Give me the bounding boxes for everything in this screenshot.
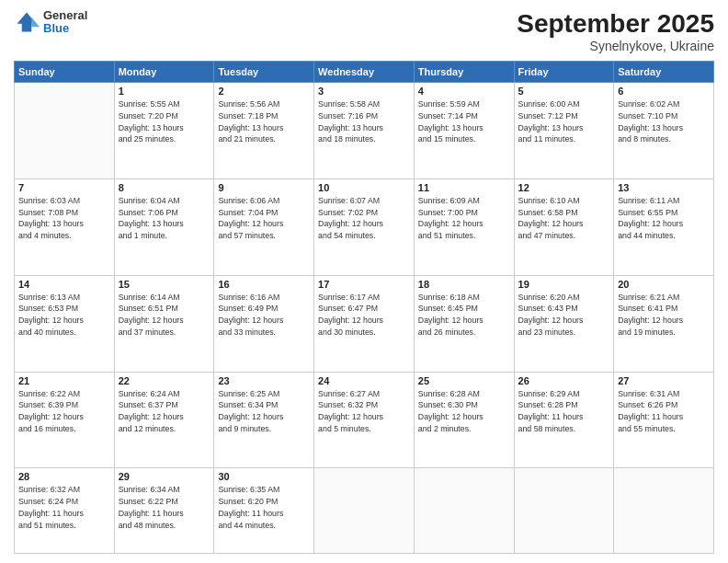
calendar-cell: 5Sunrise: 6:00 AM Sunset: 7:12 PM Daylig… bbox=[514, 83, 614, 179]
day-number: 13 bbox=[618, 182, 710, 193]
day-number: 28 bbox=[18, 471, 110, 482]
day-number: 20 bbox=[618, 279, 710, 290]
day-number: 17 bbox=[318, 279, 410, 290]
calendar-table: Sunday Monday Tuesday Wednesday Thursday… bbox=[14, 61, 714, 554]
day-info: Sunrise: 6:24 AM Sunset: 6:37 PM Dayligh… bbox=[119, 388, 210, 435]
day-info: Sunrise: 6:25 AM Sunset: 6:34 PM Dayligh… bbox=[218, 388, 310, 435]
header-friday: Friday bbox=[514, 62, 614, 83]
day-info: Sunrise: 6:10 AM Sunset: 6:58 PM Dayligh… bbox=[518, 195, 610, 242]
page: General Blue September 2025 Synelnykove,… bbox=[0, 0, 728, 563]
logo: General Blue bbox=[14, 9, 87, 36]
day-number: 18 bbox=[418, 279, 510, 290]
day-number: 11 bbox=[418, 182, 510, 193]
day-info: Sunrise: 6:00 AM Sunset: 7:12 PM Dayligh… bbox=[518, 98, 610, 145]
calendar-cell: 4Sunrise: 5:59 AM Sunset: 7:14 PM Daylig… bbox=[414, 83, 514, 179]
calendar-cell: 11Sunrise: 6:09 AM Sunset: 7:00 PM Dayli… bbox=[414, 178, 514, 275]
day-info: Sunrise: 6:29 AM Sunset: 6:28 PM Dayligh… bbox=[518, 388, 610, 435]
day-info: Sunrise: 6:04 AM Sunset: 7:06 PM Dayligh… bbox=[119, 195, 210, 242]
day-number: 21 bbox=[18, 375, 110, 386]
calendar-cell: 12Sunrise: 6:10 AM Sunset: 6:58 PM Dayli… bbox=[514, 178, 614, 275]
day-number: 25 bbox=[418, 375, 510, 386]
day-info: Sunrise: 6:28 AM Sunset: 6:30 PM Dayligh… bbox=[418, 388, 510, 435]
header-sunday: Sunday bbox=[15, 62, 115, 83]
day-number: 30 bbox=[218, 471, 310, 482]
day-info: Sunrise: 5:55 AM Sunset: 7:20 PM Dayligh… bbox=[119, 98, 210, 145]
day-number: 29 bbox=[119, 471, 210, 482]
header-thursday: Thursday bbox=[414, 62, 514, 83]
calendar-cell: 2Sunrise: 5:56 AM Sunset: 7:18 PM Daylig… bbox=[214, 83, 314, 179]
calendar-cell bbox=[514, 468, 614, 554]
day-info: Sunrise: 6:02 AM Sunset: 7:10 PM Dayligh… bbox=[618, 98, 710, 145]
calendar-cell: 27Sunrise: 6:31 AM Sunset: 6:26 PM Dayli… bbox=[614, 372, 714, 468]
day-info: Sunrise: 6:34 AM Sunset: 6:22 PM Dayligh… bbox=[119, 484, 210, 531]
day-info: Sunrise: 6:17 AM Sunset: 6:47 PM Dayligh… bbox=[318, 292, 410, 339]
calendar-cell: 28Sunrise: 6:32 AM Sunset: 6:24 PM Dayli… bbox=[15, 468, 115, 554]
week-row-3: 14Sunrise: 6:13 AM Sunset: 6:53 PM Dayli… bbox=[15, 275, 714, 372]
svg-marker-1 bbox=[31, 17, 40, 28]
day-info: Sunrise: 6:13 AM Sunset: 6:53 PM Dayligh… bbox=[18, 292, 110, 339]
calendar-cell: 29Sunrise: 6:34 AM Sunset: 6:22 PM Dayli… bbox=[114, 468, 214, 554]
day-number: 3 bbox=[318, 86, 410, 97]
calendar-cell bbox=[614, 468, 714, 554]
logo-text: General Blue bbox=[43, 9, 87, 36]
day-number: 24 bbox=[318, 375, 410, 386]
week-row-4: 21Sunrise: 6:22 AM Sunset: 6:39 PM Dayli… bbox=[15, 372, 714, 468]
calendar-cell: 22Sunrise: 6:24 AM Sunset: 6:37 PM Dayli… bbox=[114, 372, 214, 468]
calendar-cell: 14Sunrise: 6:13 AM Sunset: 6:53 PM Dayli… bbox=[15, 275, 115, 372]
day-number: 5 bbox=[518, 86, 610, 97]
calendar-cell: 26Sunrise: 6:29 AM Sunset: 6:28 PM Dayli… bbox=[514, 372, 614, 468]
header-tuesday: Tuesday bbox=[214, 62, 314, 83]
header: General Blue September 2025 Synelnykove,… bbox=[14, 9, 714, 53]
calendar-cell: 25Sunrise: 6:28 AM Sunset: 6:30 PM Dayli… bbox=[414, 372, 514, 468]
day-number: 19 bbox=[518, 279, 610, 290]
calendar-cell: 16Sunrise: 6:16 AM Sunset: 6:49 PM Dayli… bbox=[214, 275, 314, 372]
day-number: 2 bbox=[218, 86, 310, 97]
calendar-cell bbox=[15, 83, 115, 179]
calendar-cell: 15Sunrise: 6:14 AM Sunset: 6:51 PM Dayli… bbox=[114, 275, 214, 372]
month-title: September 2025 bbox=[517, 9, 714, 39]
week-row-1: 1Sunrise: 5:55 AM Sunset: 7:20 PM Daylig… bbox=[15, 83, 714, 179]
day-number: 12 bbox=[518, 182, 610, 193]
calendar-cell: 13Sunrise: 6:11 AM Sunset: 6:55 PM Dayli… bbox=[614, 178, 714, 275]
header-saturday: Saturday bbox=[614, 62, 714, 83]
location-subtitle: Synelnykove, Ukraine bbox=[517, 39, 714, 53]
calendar-cell: 3Sunrise: 5:58 AM Sunset: 7:16 PM Daylig… bbox=[314, 83, 415, 179]
calendar-cell: 19Sunrise: 6:20 AM Sunset: 6:43 PM Dayli… bbox=[514, 275, 614, 372]
calendar-cell bbox=[314, 468, 415, 554]
day-info: Sunrise: 6:21 AM Sunset: 6:41 PM Dayligh… bbox=[618, 292, 710, 339]
day-number: 15 bbox=[119, 279, 210, 290]
day-number: 23 bbox=[218, 375, 310, 386]
calendar-cell: 17Sunrise: 6:17 AM Sunset: 6:47 PM Dayli… bbox=[314, 275, 415, 372]
day-info: Sunrise: 5:59 AM Sunset: 7:14 PM Dayligh… bbox=[418, 98, 510, 145]
day-info: Sunrise: 6:16 AM Sunset: 6:49 PM Dayligh… bbox=[218, 292, 310, 339]
logo-general-text: General bbox=[43, 9, 87, 22]
day-number: 8 bbox=[119, 182, 210, 193]
day-number: 7 bbox=[18, 182, 110, 193]
day-number: 4 bbox=[418, 86, 510, 97]
title-block: September 2025 Synelnykove, Ukraine bbox=[517, 9, 714, 53]
day-info: Sunrise: 5:56 AM Sunset: 7:18 PM Dayligh… bbox=[218, 98, 310, 145]
day-info: Sunrise: 6:06 AM Sunset: 7:04 PM Dayligh… bbox=[218, 195, 310, 242]
calendar-cell: 6Sunrise: 6:02 AM Sunset: 7:10 PM Daylig… bbox=[614, 83, 714, 179]
calendar-cell: 7Sunrise: 6:03 AM Sunset: 7:08 PM Daylig… bbox=[15, 178, 115, 275]
day-number: 14 bbox=[18, 279, 110, 290]
day-info: Sunrise: 5:58 AM Sunset: 7:16 PM Dayligh… bbox=[318, 98, 410, 145]
week-row-2: 7Sunrise: 6:03 AM Sunset: 7:08 PM Daylig… bbox=[15, 178, 714, 275]
day-number: 27 bbox=[618, 375, 710, 386]
calendar-cell: 30Sunrise: 6:35 AM Sunset: 6:20 PM Dayli… bbox=[214, 468, 314, 554]
calendar-cell: 8Sunrise: 6:04 AM Sunset: 7:06 PM Daylig… bbox=[114, 178, 214, 275]
day-info: Sunrise: 6:35 AM Sunset: 6:20 PM Dayligh… bbox=[218, 484, 310, 531]
day-info: Sunrise: 6:09 AM Sunset: 7:00 PM Dayligh… bbox=[418, 195, 510, 242]
calendar-cell: 1Sunrise: 5:55 AM Sunset: 7:20 PM Daylig… bbox=[114, 83, 214, 179]
calendar-cell: 20Sunrise: 6:21 AM Sunset: 6:41 PM Dayli… bbox=[614, 275, 714, 372]
weekday-header-row: Sunday Monday Tuesday Wednesday Thursday… bbox=[15, 62, 714, 83]
day-info: Sunrise: 6:11 AM Sunset: 6:55 PM Dayligh… bbox=[618, 195, 710, 242]
day-info: Sunrise: 6:22 AM Sunset: 6:39 PM Dayligh… bbox=[18, 388, 110, 435]
calendar-cell: 9Sunrise: 6:06 AM Sunset: 7:04 PM Daylig… bbox=[214, 178, 314, 275]
day-number: 16 bbox=[218, 279, 310, 290]
day-info: Sunrise: 6:20 AM Sunset: 6:43 PM Dayligh… bbox=[518, 292, 610, 339]
day-number: 9 bbox=[218, 182, 310, 193]
day-info: Sunrise: 6:07 AM Sunset: 7:02 PM Dayligh… bbox=[318, 195, 410, 242]
day-info: Sunrise: 6:32 AM Sunset: 6:24 PM Dayligh… bbox=[18, 484, 110, 531]
logo-blue-text: Blue bbox=[43, 22, 87, 35]
